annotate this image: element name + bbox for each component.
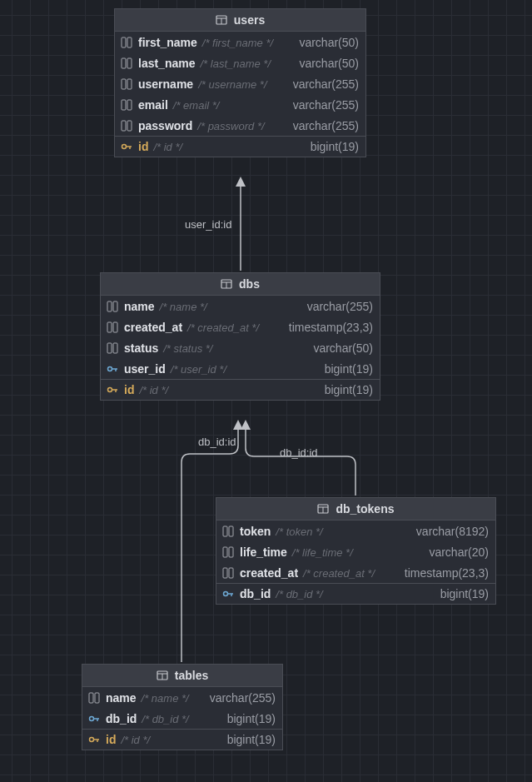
column-row[interactable]: created_at /* created_at */ timestamp(23… (216, 562, 495, 583)
column-name: email (138, 98, 168, 112)
column-type: timestamp(23,3) (405, 566, 489, 580)
column-row[interactable]: last_name /* last_name */ varchar(50) (115, 52, 365, 73)
column-comment: /* password */ (197, 120, 264, 132)
svg-rect-6 (122, 58, 126, 68)
column-type: varchar(50) (313, 341, 373, 355)
foreign-key-icon (106, 362, 119, 376)
svg-rect-21 (113, 301, 117, 311)
foreign-key-icon (221, 587, 235, 600)
column-type: varchar(255) (293, 77, 359, 91)
column-name: name (124, 300, 155, 313)
column-icon (120, 57, 133, 70)
column-comment: /* name */ (142, 692, 189, 705)
column-name: first_name (138, 36, 197, 49)
svg-rect-23 (113, 322, 117, 332)
svg-point-29 (108, 388, 112, 392)
column-row[interactable]: db_id /* db_id */ bigint(19) (216, 583, 495, 604)
column-comment: /* id */ (139, 384, 168, 396)
table-header-users[interactable]: users (115, 9, 365, 32)
column-icon (106, 341, 119, 355)
svg-point-52 (90, 738, 94, 742)
table-users[interactable]: users first_name /* first_name */ varcha… (114, 8, 366, 157)
column-row[interactable]: name /* name */ varchar(255) (101, 296, 380, 316)
svg-rect-36 (229, 526, 233, 536)
table-header-dbs[interactable]: dbs (101, 273, 380, 296)
column-name: password (138, 119, 192, 132)
column-row[interactable]: id /* id */ bigint(19) (82, 729, 282, 750)
connection-label-dbs-tokens: db_id:id (278, 446, 320, 459)
column-name: token (240, 525, 271, 538)
column-row[interactable]: id /* id */ bigint(19) (115, 136, 365, 157)
column-type: varchar(255) (293, 98, 359, 112)
column-row[interactable]: user_id /* user_id */ bigint(19) (101, 358, 380, 379)
column-row[interactable]: email /* email */ varchar(255) (115, 94, 365, 115)
column-name: id (106, 733, 116, 746)
svg-rect-25 (113, 343, 117, 353)
column-row[interactable]: id /* id */ bigint(19) (101, 379, 380, 400)
column-name: id (138, 140, 148, 153)
table-header-db-tokens[interactable]: db_tokens (216, 498, 495, 521)
column-name: status (124, 341, 158, 355)
svg-point-14 (122, 145, 127, 149)
key-icon (106, 383, 119, 396)
column-comment: /* username */ (198, 78, 266, 91)
column-type: varchar(255) (293, 119, 359, 132)
column-icon (120, 77, 133, 91)
column-row[interactable]: status /* status */ varchar(50) (101, 337, 380, 358)
column-icon (106, 321, 119, 334)
table-header-tables[interactable]: tables (82, 665, 282, 687)
column-icon (120, 119, 133, 132)
table-body: token /* token */ varchar(8192) life_tim… (216, 521, 495, 604)
table-dbs[interactable]: dbs name /* name */ varchar(255) created… (100, 272, 380, 401)
column-name: created_at (240, 566, 298, 580)
column-row[interactable]: username /* username */ varchar(255) (115, 73, 365, 94)
column-row[interactable]: password /* password */ varchar(255) (115, 115, 365, 136)
column-name: name (106, 691, 137, 705)
svg-rect-11 (127, 100, 132, 110)
column-row[interactable]: life_time /* life_time */ varchar(20) (216, 541, 495, 562)
column-icon (120, 36, 133, 49)
column-icon (221, 545, 235, 559)
column-name: life_time (240, 545, 287, 559)
column-name: username (138, 77, 193, 91)
table-tables[interactable]: tables name /* name */ varchar(255) db_i… (82, 664, 283, 750)
column-comment: /* user_id */ (171, 363, 226, 376)
column-type: varchar(255) (210, 691, 276, 705)
table-title: dbs (239, 277, 260, 291)
column-comment: /* id */ (153, 141, 182, 153)
column-type: bigint(19) (440, 587, 489, 600)
svg-rect-35 (223, 526, 227, 536)
svg-rect-40 (229, 568, 233, 578)
column-row[interactable]: name /* name */ varchar(255) (82, 687, 282, 708)
column-comment: /* token */ (276, 525, 322, 538)
table-body: first_name /* first_name */ varchar(50) … (115, 32, 365, 157)
column-icon (221, 525, 235, 538)
key-icon (120, 140, 133, 153)
svg-rect-4 (122, 37, 126, 47)
column-row[interactable]: token /* token */ varchar(8192) (216, 521, 495, 541)
column-row[interactable]: created_at /* created_at */ timestamp(23… (101, 316, 380, 337)
key-icon (87, 733, 101, 746)
column-comment: /* db_id */ (276, 588, 322, 600)
column-type: bigint(19) (325, 383, 373, 396)
table-body: name /* name */ varchar(255) created_at … (101, 296, 380, 400)
svg-rect-48 (95, 693, 99, 703)
svg-rect-7 (127, 58, 132, 68)
column-type: timestamp(23,3) (289, 321, 373, 334)
column-comment: /* id */ (121, 734, 150, 746)
svg-rect-24 (107, 343, 112, 353)
column-comment: /* email */ (173, 99, 220, 112)
table-icon (157, 670, 168, 681)
column-name: created_at (124, 321, 182, 334)
svg-point-41 (224, 592, 228, 596)
column-name: db_id (106, 712, 137, 725)
connection-label-dbs-tables: db_id:id (196, 436, 238, 448)
table-db-tokens[interactable]: db_tokens token /* token */ varchar(8192… (216, 497, 496, 605)
svg-rect-5 (127, 37, 132, 47)
column-comment: /* last_name */ (200, 57, 271, 70)
column-row[interactable]: db_id /* db_id */ bigint(19) (82, 708, 282, 729)
column-comment: /* created_at */ (303, 567, 375, 580)
column-icon (87, 691, 101, 705)
column-row[interactable]: first_name /* first_name */ varchar(50) (115, 32, 365, 52)
foreign-key-icon (87, 712, 101, 725)
